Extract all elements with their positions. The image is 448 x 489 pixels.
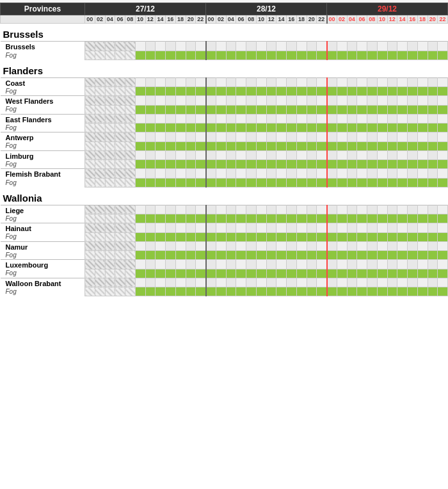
time-cell [387,169,397,179]
time-cell [196,141,206,150]
time-cell [175,150,186,160]
time-cell [307,169,317,179]
time-cell [397,141,408,150]
time-cell [397,205,408,214]
time-cell [186,87,196,96]
time-cell [377,141,387,150]
time-04-d3: 04 [347,15,357,24]
time-cell [125,141,136,150]
time-cell [317,223,327,233]
time-cell [186,96,196,106]
time-cell [105,141,115,150]
time-cell [105,132,115,142]
time-cell [276,141,287,150]
time-cell [105,278,115,287]
time-cell [266,251,276,260]
province-name: Brussels [1,42,85,51]
time-cell [357,114,367,124]
time-cell [327,287,337,296]
time-cell [357,169,367,179]
time-cell [266,132,276,142]
time-cell [246,241,257,251]
fog-label: Fog [1,87,85,96]
time-06-d1: 06 [115,15,125,24]
time-cell [236,150,246,160]
time-22-d3: 22 [438,15,448,24]
time-18-d3: 18 [417,15,428,24]
time-cell [357,251,367,260]
time-cell [357,269,367,278]
time-cell [206,124,216,132]
time-cell [428,141,438,150]
time-cell [95,150,105,160]
time-cell [357,223,367,233]
time-cell [226,51,236,60]
fog-row: Fog [1,214,448,223]
time-cell [135,96,145,106]
time-cell [417,114,428,124]
time-cell [287,178,297,187]
time-cell [256,105,266,114]
time-cell [438,114,448,124]
time-cell [357,51,367,60]
time-cell [145,269,156,278]
time-cell [317,205,327,214]
time-cell [367,150,378,160]
time-cell [135,169,145,179]
time-cell [387,105,397,114]
time-cell [287,124,297,132]
time-cell [196,278,206,287]
time-cell [145,150,156,160]
time-cell [327,251,337,260]
time-cell [428,241,438,251]
time-cell [186,132,196,142]
time-cell [327,205,337,214]
time-cell [337,42,347,51]
province-name-row: Namur [1,241,448,251]
time-10-d2: 10 [256,15,266,24]
time-cell [125,105,136,114]
time-cell [327,96,337,106]
time-cell [156,96,166,106]
time-cell [216,278,226,287]
time-cell [206,251,216,260]
time-cell [266,278,276,287]
time-cell [317,132,327,142]
time-cell [256,169,266,179]
time-cell [105,269,115,278]
time-cell [438,77,448,87]
time-cell [347,178,357,187]
time-cell [166,205,176,214]
time-cell [125,178,136,187]
time-cell [307,141,317,150]
province-name: Flemish Brabant [1,169,85,179]
province-name: Namur [1,241,85,251]
time-cell [135,51,145,60]
time-cell [266,260,276,269]
time-cell [417,77,428,87]
time-cell [206,160,216,169]
time-cell [135,269,145,278]
time-cell [428,77,438,87]
time-cell [166,77,176,87]
time-cell [125,87,136,96]
time-cell [166,124,176,132]
time-cell [186,241,196,251]
time-cell [408,241,418,251]
time-cell [438,205,448,214]
time-cell [408,251,418,260]
time-cell [408,269,418,278]
time-20-d3: 20 [428,15,438,24]
time-cell [196,251,206,260]
time-cell [367,241,378,251]
time-cell [296,114,307,124]
time-cell [156,42,166,51]
time-cell [408,260,418,269]
time-cell [246,287,257,296]
time-cell [206,241,216,251]
time-cell [226,205,236,214]
time-cell [256,141,266,150]
time-cell [186,269,196,278]
time-cell [367,169,378,179]
time-cell [105,178,115,187]
